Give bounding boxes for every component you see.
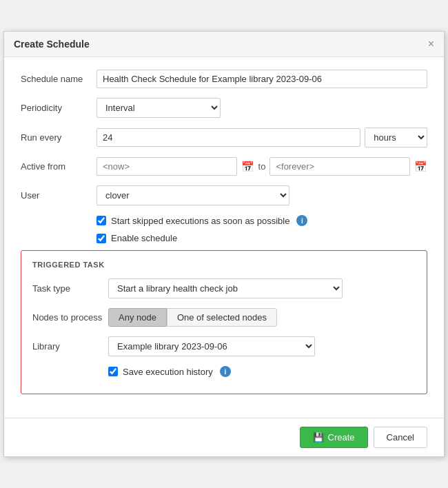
save-execution-checkbox[interactable] xyxy=(108,367,118,376)
cancel-button[interactable]: Cancel xyxy=(374,427,427,448)
start-skipped-row: Start skipped executions as soon as poss… xyxy=(21,215,427,226)
periodicity-field-wrapper: Interval Daily Weekly Monthly xyxy=(96,98,427,118)
start-skipped-checkbox[interactable] xyxy=(96,216,106,225)
enable-schedule-checkbox[interactable] xyxy=(96,234,106,243)
task-type-field-wrapper: Start a library health check job xyxy=(108,278,416,298)
close-button[interactable]: × xyxy=(428,39,434,50)
dialog-title: Create Schedule xyxy=(14,39,90,50)
save-execution-row: Save execution history i xyxy=(32,366,416,377)
dialog-body: Schedule name Periodicity Interval Daily… xyxy=(4,57,444,418)
run-every-input[interactable] xyxy=(96,128,360,147)
active-from-row: Active from 📅 to 📅 xyxy=(21,157,427,176)
library-field-wrapper: Example library 2023-09-06 xyxy=(108,336,416,356)
user-field-wrapper: clover xyxy=(96,185,427,205)
triggered-task-title: TRIGGERED TASK xyxy=(32,261,416,269)
schedule-name-label: Schedule name xyxy=(21,74,96,84)
user-label: User xyxy=(21,190,96,201)
any-node-button[interactable]: Any node xyxy=(108,308,167,327)
forever-input[interactable] xyxy=(269,157,410,176)
user-select[interactable]: clover xyxy=(96,185,289,205)
periodicity-row: Periodicity Interval Daily Weekly Monthl… xyxy=(21,98,427,118)
user-row: User clover xyxy=(21,185,427,205)
nodes-btn-group-wrapper: Any node One of selected nodes xyxy=(108,308,416,327)
start-skipped-info-icon[interactable]: i xyxy=(296,215,307,226)
run-every-row: Run every hours minutes days xyxy=(21,128,427,148)
enable-schedule-row: Enable schedule xyxy=(21,233,427,243)
save-execution-info-icon[interactable]: i xyxy=(220,366,231,377)
active-from-label: Active from xyxy=(21,161,96,172)
to-label: to xyxy=(258,161,266,172)
task-type-select[interactable]: Start a library health check job xyxy=(108,278,343,298)
library-label: Library xyxy=(32,341,108,352)
active-from-field-wrapper: 📅 to 📅 xyxy=(96,157,427,176)
one-of-selected-nodes-button[interactable]: One of selected nodes xyxy=(167,308,277,327)
task-type-row: Task type Start a library health check j… xyxy=(32,278,416,298)
nodes-to-process-label: Nodes to process xyxy=(32,312,108,323)
create-button[interactable]: 💾 Create xyxy=(300,427,368,448)
nodes-btn-group: Any node One of selected nodes xyxy=(108,308,416,327)
schedule-name-input[interactable] xyxy=(96,70,427,88)
create-button-label: Create xyxy=(328,432,355,443)
nodes-to-process-row: Nodes to process Any node One of selecte… xyxy=(32,308,416,327)
enable-schedule-label: Enable schedule xyxy=(111,233,177,243)
triggered-task-section: TRIGGERED TASK Task type Start a library… xyxy=(21,250,427,394)
library-select[interactable]: Example library 2023-09-06 xyxy=(108,336,315,356)
schedule-name-row: Schedule name xyxy=(21,70,427,88)
periodicity-label: Periodicity xyxy=(21,103,96,113)
start-skipped-label: Start skipped executions as soon as poss… xyxy=(111,216,289,226)
save-icon: 💾 xyxy=(313,432,324,443)
task-type-label: Task type xyxy=(32,283,108,294)
periodicity-select[interactable]: Interval Daily Weekly Monthly xyxy=(96,98,221,118)
save-execution-label: Save execution history xyxy=(123,367,213,377)
active-from-calendar-icon[interactable]: 📅 xyxy=(241,161,254,173)
run-every-label: Run every xyxy=(21,132,96,143)
create-schedule-dialog: Create Schedule × Schedule name Periodic… xyxy=(3,31,445,457)
forever-calendar-icon[interactable]: 📅 xyxy=(414,161,427,173)
dialog-header: Create Schedule × xyxy=(4,32,444,57)
schedule-name-field-wrapper xyxy=(96,70,427,88)
hours-select[interactable]: hours minutes days xyxy=(365,128,427,148)
active-from-input[interactable] xyxy=(96,157,237,176)
dialog-footer: 💾 Create Cancel xyxy=(4,418,444,456)
library-row: Library Example library 2023-09-06 xyxy=(32,336,416,356)
run-every-field-wrapper: hours minutes days xyxy=(96,128,427,148)
